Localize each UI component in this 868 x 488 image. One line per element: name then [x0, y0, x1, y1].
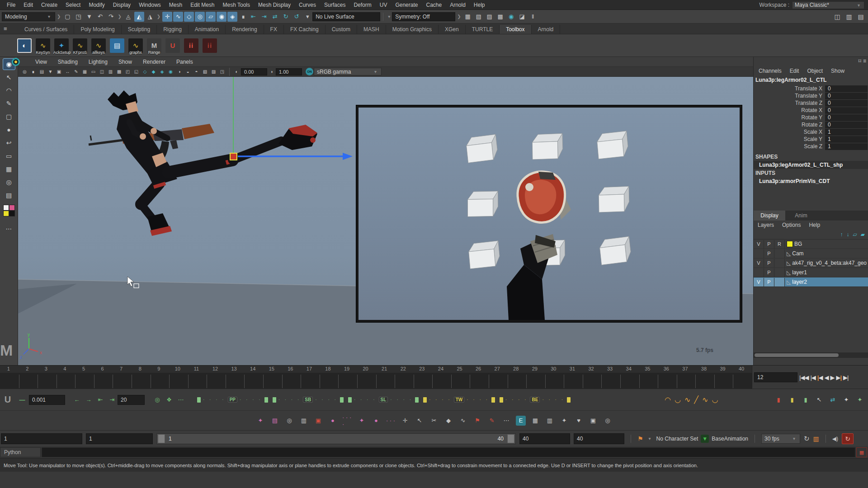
plugin-logo[interactable]: U: [0, 394, 15, 405]
channel-value-field[interactable]: 0: [825, 122, 868, 128]
gate-mask-icon[interactable]: ▥: [107, 68, 114, 75]
key-marker-cluster[interactable]: · · · · SB · · · ·: [273, 397, 344, 403]
folder-icon[interactable]: ▤: [270, 416, 280, 426]
menu-item[interactable]: Mesh: [165, 2, 186, 8]
color-management-toggle[interactable]: ON: [306, 68, 313, 75]
yellow-key-icon[interactable]: ▮: [787, 394, 797, 405]
shelf-tab[interactable]: Custom: [326, 25, 357, 34]
render-sequence-icon[interactable]: ◪: [517, 12, 527, 22]
next-frame-key-icon[interactable]: →: [83, 394, 94, 405]
bookmark-icon[interactable]: ▼: [47, 68, 54, 75]
dots-icon[interactable]: · · · ·: [342, 416, 352, 426]
menu-item[interactable]: Windows: [135, 2, 165, 8]
range-end-handle[interactable]: [507, 434, 514, 443]
pose-icon[interactable]: ✦: [357, 416, 367, 426]
table-icon[interactable]: ▥: [545, 416, 555, 426]
contrast-field[interactable]: 1.00: [276, 68, 302, 75]
channel-value-field[interactable]: 1: [825, 136, 868, 143]
layer-visibility-toggle[interactable]: [754, 268, 764, 277]
shelf-tab[interactable]: FX: [264, 25, 284, 34]
playback-start-field[interactable]: 1: [86, 433, 153, 444]
select-hierarchy-icon[interactable]: ◬: [123, 12, 133, 22]
shelf-item-selected-tool[interactable]: ◐: [16, 37, 33, 54]
dot-tool[interactable]: ●: [3, 124, 15, 136]
playblast-render-icon[interactable]: ▨: [485, 12, 495, 22]
swap-arrows-icon[interactable]: ⇄: [827, 394, 838, 405]
symmetry-menu-arrow-icon[interactable]: ▾: [302, 12, 312, 22]
clipboard-tool[interactable]: ▤: [3, 189, 15, 201]
plugin-logo-icon[interactable]: [12, 58, 20, 66]
isolate-select-icon[interactable]: ◳: [218, 68, 226, 75]
snap-to-view-planes-icon[interactable]: ▱: [206, 12, 216, 22]
shelf-tab[interactable]: Sculpting: [122, 25, 157, 34]
anchor-icon[interactable]: ✛: [400, 416, 410, 426]
select-object-icon[interactable]: ◭: [134, 12, 144, 22]
channel-value-field[interactable]: 0: [825, 93, 868, 99]
new-layer-from-selected-icon[interactable]: ▰: [861, 231, 865, 238]
layer-color-swatch[interactable]: [787, 241, 793, 247]
cursor-select-icon[interactable]: ↖: [814, 394, 825, 405]
shelf-tab[interactable]: Toolbox: [500, 25, 531, 34]
film-gate-icon[interactable]: ▭: [90, 68, 97, 75]
layer-name[interactable]: layer1: [792, 269, 807, 276]
channel-label[interactable]: Rotate Y: [754, 114, 825, 121]
shaded-icon[interactable]: ◆: [150, 68, 157, 75]
menu-item[interactable]: Select: [61, 2, 85, 8]
layer-row[interactable]: P Cam: [754, 249, 868, 258]
textured-icon[interactable]: ◈: [158, 68, 166, 75]
manipulator-center-handle[interactable]: [230, 153, 237, 160]
curve-tangent-icon[interactable]: ∿: [458, 416, 468, 426]
layer-row[interactable]: V P R BG: [754, 239, 868, 249]
viewport-scene[interactable]: y x z: [18, 77, 753, 365]
redo-icon[interactable]: ↷: [106, 12, 116, 22]
key-marker-cluster[interactable]: · · · · TW · · · ·: [423, 397, 495, 403]
layer-display-type-toggle[interactable]: R: [774, 240, 785, 249]
shelf-item-graphx[interactable]: ∿ graphx: [127, 37, 144, 54]
menu-item[interactable]: UV: [376, 2, 392, 8]
key-icon[interactable]: [491, 397, 495, 403]
key-icon[interactable]: [273, 397, 276, 403]
channel-label[interactable]: Rotate X: [754, 107, 825, 113]
key-icon[interactable]: [423, 397, 427, 403]
resolution-gate-icon[interactable]: ◫: [98, 68, 106, 75]
construction-history-icon[interactable]: ↻: [281, 12, 291, 22]
key-icon[interactable]: [197, 397, 201, 403]
undo-icon[interactable]: ↶: [95, 12, 105, 22]
person-add-icon[interactable]: ✦: [559, 416, 569, 426]
constraint-icon[interactable]: ↺: [292, 12, 302, 22]
ease-in-out-curve-icon[interactable]: ∿: [684, 395, 690, 404]
grid-icon[interactable]: ▦: [81, 68, 89, 75]
layer-display-type-toggle[interactable]: [774, 268, 785, 277]
go-to-end-button[interactable]: ▶|: [842, 374, 849, 381]
marker-label[interactable]: PP: [228, 397, 237, 403]
channel-box-menu-item[interactable]: Edit: [787, 68, 802, 74]
layer-visibility-toggle[interactable]: V: [754, 259, 764, 267]
menu-item[interactable]: Create: [37, 2, 61, 8]
step-back-button[interactable]: |◀: [809, 374, 816, 381]
character-icon[interactable]: ✦: [255, 416, 265, 426]
character-a-icon[interactable]: ✦: [841, 394, 852, 405]
pin-panel-icon[interactable]: ⌑: [859, 58, 861, 64]
character-model[interactable]: [89, 90, 317, 236]
layer-visibility-toggle[interactable]: [754, 249, 764, 258]
channel-value-field[interactable]: 1: [825, 143, 868, 150]
exposure-icon[interactable]: ◐: [233, 68, 241, 75]
2d-pan-zoom-icon[interactable]: ↔: [64, 68, 71, 75]
viewport-menu-item[interactable]: View: [30, 59, 52, 65]
safe-title-icon[interactable]: ◱: [132, 68, 140, 75]
cube-icon[interactable]: ▣: [588, 416, 598, 426]
e-badge-icon[interactable]: E: [516, 416, 526, 426]
layer-display-type-toggle[interactable]: [774, 278, 785, 286]
camera-tool[interactable]: ◎: [3, 176, 15, 188]
shelf-tab[interactable]: Rendering: [226, 25, 264, 34]
snap-to-projected-center-icon[interactable]: ◎: [195, 12, 205, 22]
overshoot-curve-icon[interactable]: ∿: [702, 395, 708, 404]
shelf-tab[interactable]: XGen: [439, 25, 466, 34]
layer-playback-toggle[interactable]: P: [764, 278, 774, 286]
script-editor-icon[interactable]: ▦: [856, 447, 867, 457]
layer-playback-toggle[interactable]: P: [764, 240, 774, 249]
channel-label[interactable]: Translate X: [754, 85, 825, 92]
search-icon[interactable]: ◎: [603, 416, 613, 426]
make-live-icon[interactable]: ◉: [217, 12, 226, 22]
shelf-tab[interactable]: Motion Graphics: [386, 25, 439, 34]
